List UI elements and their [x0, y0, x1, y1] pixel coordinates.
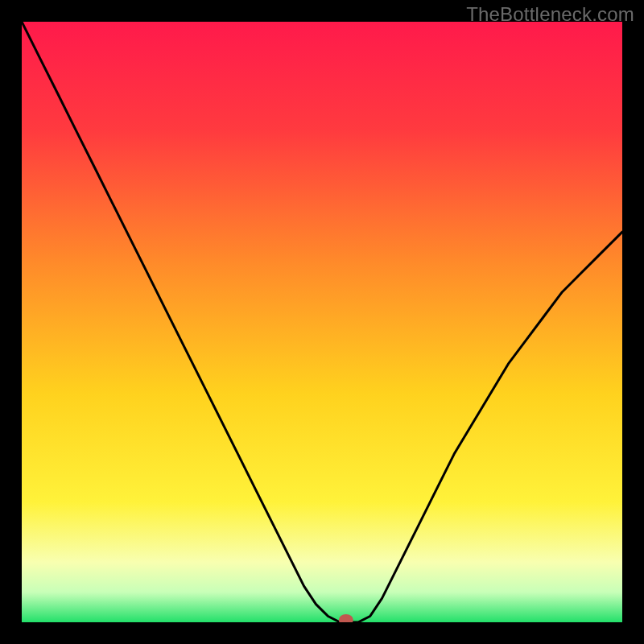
watermark-text: TheBottleneck.com: [466, 3, 634, 26]
bottleneck-chart: [22, 22, 622, 622]
gradient-background: [22, 22, 622, 622]
chart-frame: TheBottleneck.com: [0, 0, 644, 644]
